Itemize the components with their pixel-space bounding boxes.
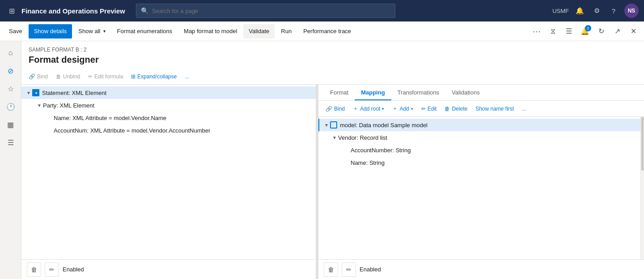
mapping-edit-button[interactable]: ✏ [342,262,356,277]
bind-icon: 🔗 [29,73,35,80]
show-all-button[interactable]: Show all ▾ [73,24,110,39]
edit-formula-button[interactable]: ✏ Edit formula [85,70,127,83]
edit-format-button[interactable]: ✏ [45,262,59,277]
tree-label-accountnum: AccountNum: XML Attribute = model.Vendor… [54,127,210,134]
settings-icon[interactable]: ⚙ [590,4,603,17]
unbind-icon: 🗑 [56,73,61,80]
run-button[interactable]: Run [275,24,297,39]
add-icon: ＋ [392,105,398,112]
sidebar-star-icon[interactable]: ☆ [3,81,19,97]
tree-label-name: Name: XML Attribute = model.Vendor.Name [54,115,166,121]
mapping-scrollbar[interactable] [640,117,644,259]
badge-button[interactable]: 🔔 0 [578,24,592,39]
main-toolbar: Save Show details Show all ▾ Format enum… [0,21,644,41]
map-format-to-model-button[interactable]: Map format to model [178,24,242,39]
mapping-more-button[interactable]: ... [518,103,530,115]
format-tree-panel: ▼ ◂ Statement: XML Element ▼ Party: XML … [21,85,317,279]
map-item-model[interactable]: ▼ model: Data model Sample model [318,119,640,131]
sidebar-list-icon[interactable]: ☰ [3,134,19,150]
sidebar-home-icon[interactable]: ⌂ [3,45,19,61]
sub-toolbar: 🔗 Bind 🗑 Unbind ✏ Edit formula ⊞ Expand/… [21,69,644,85]
unbind-button[interactable]: 🗑 Unbind [52,70,84,83]
grid-icon[interactable]: ⊞ [5,4,18,17]
map-toggle-name-string [343,159,351,166]
tab-validations[interactable]: Validations [445,85,486,100]
more-options-button[interactable]: ⋯ [530,24,544,39]
show-all-caret-icon: ▾ [103,29,106,34]
scrollbar-thumb [641,117,644,171]
search-input[interactable] [152,8,390,14]
mapping-bind-button[interactable]: 🔗 Bind [322,103,348,115]
mapping-bottom-strip: 🗑 ✏ Enabled [318,259,644,279]
map-toggle-accountnumber [343,146,351,154]
search-bar[interactable]: 🔍 [136,4,395,18]
help-icon[interactable]: ? [607,4,620,17]
avatar[interactable]: NS [624,4,639,18]
tree-label-statement: Statement: XML Element [42,90,106,96]
toolbar-right-actions: ⋯ ⧖ ☰ 🔔 0 ↻ ↗ ✕ [530,24,640,39]
topbar: ⊞ Finance and Operations Preview 🔍 USMF … [0,0,644,21]
map-label-model: model: Data model Sample model [340,122,428,129]
tree-item-accountnum[interactable]: AccountNum: XML Attribute = model.Vendor… [21,124,316,137]
map-item-vendor[interactable]: ▼ Vendor: Record list [318,131,640,144]
tab-bar: Format Mapping Transformations Validatio… [318,85,644,101]
show-details-button[interactable]: Show details [29,24,72,39]
notification-badge: 0 [585,25,591,31]
mapping-delete-button[interactable]: 🗑 [324,262,338,277]
sub-more-button[interactable]: ... [181,70,193,83]
mapping-tree: ▼ model: Data model Sample model ▼ Vendo… [318,117,640,259]
breadcrumb: SAMPLE FORMAT B : 2 [29,47,637,53]
map-toggle-model[interactable]: ▼ [323,121,330,129]
bind-button[interactable]: 🔗 Bind [25,70,51,83]
tree-item-name[interactable]: Name: XML Attribute = model.Vendor.Name [21,112,316,124]
tab-transformations[interactable]: Transformations [391,85,445,100]
delete-mapping-icon: 🗑 [445,106,450,112]
left-panel-bottom: 🗑 ✏ Enabled [21,259,316,279]
delete-mapping-button[interactable]: 🗑 Delete [441,103,471,115]
page-header: SAMPLE FORMAT B : 2 Format designer [21,41,644,69]
sidebar-recent-icon[interactable]: 🕐 [3,99,19,115]
app-title: Finance and Operations Preview [21,7,125,15]
mapping-content: ▼ model: Data model Sample model ▼ Vendo… [318,117,644,259]
show-all-label: Show all [78,28,100,34]
external-link-button[interactable]: ↗ [610,24,624,39]
split-panel: ▼ ◂ Statement: XML Element ▼ Party: XML … [21,85,644,279]
mapping-bind-icon: 🔗 [326,106,332,112]
refresh-button[interactable]: ↻ [594,24,608,39]
tab-mapping[interactable]: Mapping [355,85,391,100]
sidebar-filter-icon[interactable]: ⊘ [3,63,19,79]
tree-toggle-party[interactable]: ▼ [36,102,43,109]
map-item-accountnumber[interactable]: AccountNumber: String [318,144,640,156]
notification-icon[interactable]: 🔔 [573,4,586,17]
performance-trace-button[interactable]: Performance trace [298,24,356,39]
tree-item-statement[interactable]: ▼ ◂ Statement: XML Element [21,86,316,99]
save-button[interactable]: Save [4,24,28,39]
tree-label-party: Party: XML Element [43,102,94,109]
show-name-first-button[interactable]: Show name first [472,103,517,115]
connector-icon[interactable]: ⧖ [546,24,560,39]
add-caret-icon: ▾ [411,107,413,111]
panel-icon[interactable]: ☰ [562,24,576,39]
edit-mapping-button[interactable]: ✏ Edit [418,103,441,115]
tab-format[interactable]: Format [324,85,355,100]
close-button[interactable]: ✕ [626,24,640,39]
add-root-caret-icon: ▾ [382,107,384,111]
add-root-button[interactable]: ＋ Add root ▾ [349,103,388,115]
add-button[interactable]: ＋ Add ▾ [389,103,416,115]
edit-mapping-icon: ✏ [421,106,426,112]
add-root-icon: ＋ [353,105,358,112]
search-icon: 🔍 [141,7,148,14]
edit-formula-icon: ✏ [88,73,93,80]
sidebar-grid-icon[interactable]: ▦ [3,116,19,133]
format-enumerations-button[interactable]: Format enumerations [112,24,178,39]
expand-collapse-button[interactable]: ⊞ Expand/collapse [127,70,180,83]
mapping-status: Enabled [360,266,381,273]
delete-format-button[interactable]: 🗑 [27,262,41,277]
tree-toggle-statement[interactable]: ▼ [25,89,32,96]
map-item-name-string[interactable]: Name: String [318,156,640,169]
validate-button[interactable]: Validate [243,24,275,39]
map-toggle-vendor[interactable]: ▼ [331,134,338,141]
mapping-toolbar: 🔗 Bind ＋ Add root ▾ ＋ Add ▾ ✏ [318,101,644,117]
tree-item-party[interactable]: ▼ Party: XML Element [21,99,316,112]
map-label-vendor: Vendor: Record list [338,134,387,141]
